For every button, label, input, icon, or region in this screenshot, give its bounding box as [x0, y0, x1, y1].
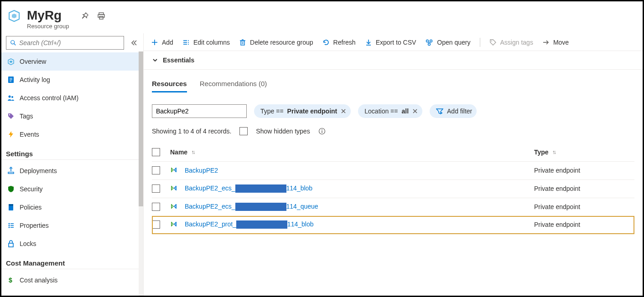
- open-query-label: Open query: [437, 39, 470, 46]
- table-row: BackupPE2_ecs_XXXXXXXXXXXXXX114_blobPriv…: [152, 180, 634, 198]
- deploy-icon: [7, 167, 15, 175]
- assign-tags-label: Assign tags: [500, 39, 533, 46]
- svg-point-11: [9, 114, 10, 115]
- open-query-button[interactable]: Open query: [425, 39, 470, 46]
- records-summary: Showing 1 to 4 of 4 records. Show hidden…: [144, 123, 643, 143]
- select-all-checkbox[interactable]: [152, 148, 160, 156]
- resource-link[interactable]: BackupPE2_ecs_XXXXXXXXXXXXXX114_queue: [185, 203, 318, 211]
- add-filter-button[interactable]: Add filter: [430, 104, 477, 118]
- plus-icon: [151, 39, 158, 46]
- page-subtitle: Resource group: [27, 23, 69, 30]
- redacted-segment: XXXXXXXXXXXXXX: [235, 203, 286, 211]
- move-button[interactable]: Move: [542, 39, 569, 46]
- sidebar: OverviewActivity logAccess control (IAM)…: [1, 33, 144, 296]
- add-button[interactable]: Add: [151, 39, 173, 46]
- svg-rect-22: [9, 243, 13, 247]
- search-icon: [10, 40, 16, 46]
- pin-icon[interactable]: [80, 11, 89, 20]
- columns-icon: [182, 39, 190, 46]
- row-checkbox[interactable]: [152, 166, 160, 174]
- sidebar-item-access-control-iam-[interactable]: Access control (IAM): [1, 89, 143, 107]
- sidebar-search-input[interactable]: [19, 39, 120, 46]
- refresh-icon: [322, 39, 330, 46]
- sidebar-item-label: Overview: [20, 58, 46, 65]
- collapse-sidebar-icon[interactable]: [129, 38, 139, 48]
- sidebar-item-events[interactable]: Events: [1, 125, 143, 143]
- filter-name-input[interactable]: [152, 104, 247, 118]
- sidebar-item-activity-log[interactable]: Activity log: [1, 71, 143, 89]
- svg-point-18: [9, 225, 10, 226]
- sidebar-item-locks[interactable]: Locks: [1, 235, 143, 253]
- filter-type-prefix: Type ==: [260, 108, 284, 115]
- filter-type-value: Private endpoint: [287, 108, 338, 115]
- bolt-icon: [7, 130, 15, 138]
- filter-location-value: all: [401, 108, 409, 115]
- resource-link[interactable]: BackupPE2_prot_XXXXXXXXXXXXXX114_blob: [185, 220, 313, 229]
- essentials-toggle[interactable]: Essentials: [144, 51, 643, 70]
- essentials-label: Essentials: [163, 56, 194, 64]
- edit-columns-label: Edit columns: [193, 39, 230, 46]
- svg-rect-15: [9, 204, 13, 206]
- private-endpoint-icon: [170, 184, 178, 193]
- table-row: BackupPE2Private endpoint: [152, 162, 634, 180]
- close-icon[interactable]: [341, 108, 346, 114]
- resource-link[interactable]: BackupPE2: [185, 167, 218, 174]
- print-icon[interactable]: [97, 11, 106, 20]
- refresh-button[interactable]: Refresh: [322, 39, 356, 46]
- toolbar-separator: [480, 38, 480, 47]
- svg-point-9: [9, 95, 11, 97]
- svg-rect-2: [99, 16, 103, 19]
- sidebar-search[interactable]: [6, 36, 124, 50]
- svg-line-4: [14, 44, 16, 46]
- lock-icon: [7, 240, 15, 248]
- assign-tags-button: Assign tags: [489, 39, 533, 46]
- svg-rect-32: [241, 41, 244, 45]
- filter-pill-type[interactable]: Type == Private endpoint: [254, 104, 351, 118]
- export-csv-label: Export to CSV: [376, 39, 416, 46]
- show-hidden-checkbox[interactable]: [239, 127, 248, 135]
- svg-rect-12: [8, 172, 14, 174]
- tab-recommendations[interactable]: Recommendations (0): [200, 80, 267, 92]
- sidebar-item-label: Tags: [20, 113, 33, 120]
- sidebar-item-label: Policies: [20, 204, 42, 211]
- info-icon[interactable]: [318, 128, 326, 135]
- sidebar-item-overview[interactable]: Overview: [1, 52, 143, 71]
- resource-type: Private endpoint: [534, 221, 580, 228]
- redacted-segment: XXXXXXXXXXXXXX: [236, 220, 287, 229]
- sidebar-item-cost-analysis[interactable]: $Cost analysis: [1, 271, 143, 289]
- row-checkbox[interactable]: [152, 203, 160, 211]
- sidebar-scrollbar-thumb[interactable]: [139, 51, 143, 206]
- people-icon: [7, 94, 15, 102]
- col-name-label: Name: [170, 148, 187, 156]
- svg-point-44: [491, 41, 492, 41]
- row-checkbox[interactable]: [152, 184, 160, 193]
- toolbar: Add Edit columns Delete resource group R…: [144, 33, 643, 51]
- refresh-label: Refresh: [333, 39, 356, 46]
- close-icon[interactable]: [412, 108, 418, 114]
- add-filter-label: Add filter: [447, 108, 472, 115]
- edit-columns-button[interactable]: Edit columns: [182, 39, 230, 46]
- row-checkbox[interactable]: [152, 220, 160, 229]
- sidebar-item-properties[interactable]: Properties: [1, 216, 143, 235]
- resource-group-icon: [7, 9, 21, 23]
- add-label: Add: [162, 39, 173, 46]
- sidebar-item-security[interactable]: Security: [1, 180, 143, 198]
- export-csv-button[interactable]: Export to CSV: [365, 39, 416, 46]
- delete-rg-button[interactable]: Delete resource group: [239, 39, 313, 46]
- filter-pill-location[interactable]: Location == all: [358, 104, 422, 118]
- sidebar-item-label: Properties: [20, 222, 49, 229]
- sort-icon: ↑↓: [191, 149, 194, 155]
- private-endpoint-icon: [170, 166, 178, 174]
- resources-table: Name ↑↓ Type ↑↓ BackupPE2Private endpoin…: [144, 143, 643, 234]
- sidebar-item-deployments[interactable]: Deployments: [1, 162, 143, 180]
- sidebar-item-policies[interactable]: Policies: [1, 198, 143, 216]
- sidebar-item-tags[interactable]: Tags: [1, 107, 143, 125]
- table-header: Name ↑↓ Type ↑↓: [152, 143, 634, 162]
- tab-resources[interactable]: Resources: [152, 80, 187, 92]
- column-header-type[interactable]: Type ↑↓: [534, 148, 634, 156]
- main-content: Add Edit columns Delete resource group R…: [144, 33, 643, 296]
- resource-link[interactable]: BackupPE2_ecs_XXXXXXXXXXXXXX114_blob: [185, 184, 312, 193]
- delete-rg-label: Delete resource group: [250, 39, 313, 46]
- column-header-name[interactable]: Name ↑↓: [170, 148, 534, 156]
- svg-point-10: [11, 96, 13, 98]
